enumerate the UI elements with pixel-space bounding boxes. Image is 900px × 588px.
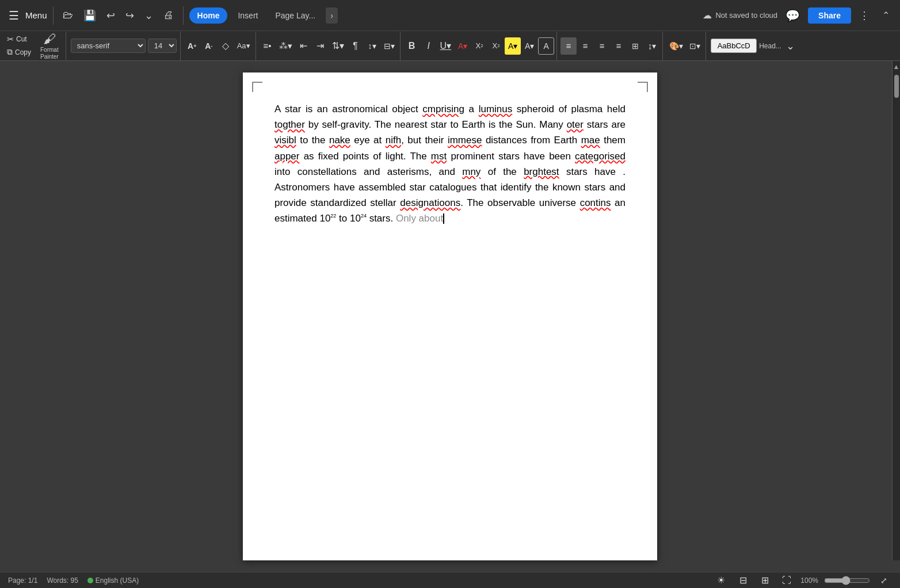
pilcrow-btn[interactable]: ¶ [348, 37, 364, 55]
gray-text-end: Only about [396, 213, 443, 224]
align-left-btn[interactable]: ≡ [560, 37, 577, 55]
save-btn[interactable]: 💾 [80, 7, 100, 24]
page-corner-tr [638, 82, 648, 92]
tab-more[interactable]: › [326, 7, 338, 24]
line-spacing-btn[interactable]: ↕▾ [364, 37, 380, 55]
shading-btn[interactable]: 🎨▾ [666, 37, 686, 55]
print-btn[interactable]: 🖨 [160, 7, 177, 24]
zoom-slider[interactable] [824, 576, 870, 585]
misspelled-mst: mst [431, 151, 447, 162]
font-family-select[interactable]: sans-serif [71, 39, 146, 53]
bullets-btn[interactable]: ≡• [260, 37, 276, 55]
tab-home[interactable]: Home [189, 7, 228, 24]
style-name: Head... [759, 42, 781, 50]
italic-btn[interactable]: I [421, 37, 437, 55]
more-options-btn[interactable]: ⋮ [855, 7, 874, 24]
status-fullscreen-btn[interactable]: ⛶ [779, 572, 795, 589]
language-status: English (USA) [87, 576, 139, 585]
document-text[interactable]: A star is an astronomical object cmprisi… [274, 101, 626, 227]
history-btn[interactable]: ↩ [103, 7, 119, 24]
font-case-btn[interactable]: Aa▾ [234, 37, 253, 55]
text-bg-btn[interactable]: A▾ [521, 37, 537, 55]
indent-dec-btn[interactable]: ⇤ [296, 37, 312, 55]
redo-btn[interactable]: ↪ [122, 7, 138, 24]
cloud-status-text: Not saved to cloud [715, 11, 777, 20]
indent-inc-btn[interactable]: ⇥ [312, 37, 329, 55]
tab-page-layout[interactable]: Page Lay... [268, 7, 322, 24]
style-dropdown-btn[interactable]: ⌄ [783, 37, 799, 55]
misspelled-designatioons: designatioons [400, 197, 460, 208]
cloud-status: ☁ Not saved to cloud [703, 10, 777, 21]
copy-label: Copy [15, 48, 31, 56]
superscript-22: 22 [330, 213, 336, 219]
format-painter-btn[interactable]: 🖌 FormatPainter [37, 32, 62, 60]
subscript-btn[interactable]: X2 [488, 37, 504, 55]
font-size-select[interactable]: 14 [148, 39, 177, 53]
cut-icon: ✂ [7, 35, 14, 44]
misspelled-contins: contins [580, 197, 611, 208]
cloud-icon: ☁ [703, 10, 712, 21]
top-bar: ☰ Menu 🗁 💾 ↩ ↪ ⌄ 🖨 Home Insert Page Lay.… [0, 0, 900, 31]
misspelled-immese: immese [448, 135, 482, 146]
misspelled-categorised: categorised [575, 151, 626, 162]
hamburger-icon: ☰ [9, 9, 19, 22]
highlight-btn[interactable]: A▾ [505, 37, 521, 55]
misspelled-brghtest: brghtest [524, 166, 559, 177]
misspelled-togther: togther [274, 119, 305, 130]
status-view-btn[interactable]: ☀ [713, 572, 729, 589]
page-corner-tl [252, 82, 262, 92]
margins-btn[interactable]: ⊟▾ [381, 37, 398, 55]
align-right-btn[interactable]: ≡ [594, 37, 610, 55]
align-center-btn[interactable]: ≡ [577, 37, 593, 55]
font-color-btn[interactable]: A▾ [455, 37, 471, 55]
superscript-24: 24 [361, 213, 367, 219]
numbering-btn[interactable]: ⁂▾ [276, 37, 295, 55]
border-btn[interactable]: ⊡▾ [687, 37, 703, 55]
misspelled-oter: oter [567, 119, 584, 130]
superscript-btn[interactable]: X2 [471, 37, 487, 55]
share-btn[interactable]: Share [808, 7, 851, 24]
misspelled-apper: apper [274, 151, 299, 162]
hamburger-menu-btn[interactable]: ☰ [6, 7, 22, 24]
scroll-thumb[interactable] [894, 75, 899, 98]
zoom-level: 100% [800, 576, 818, 585]
format-painter-icon: 🖌 [43, 32, 56, 47]
page-info: Page: 1/1 [8, 576, 37, 585]
underline-btn[interactable]: U▾ [437, 37, 455, 55]
align-justify-btn[interactable]: ≡ [611, 37, 627, 55]
copy-icon: ⧉ [7, 47, 13, 57]
sort-btn[interactable]: ⇅▾ [329, 37, 347, 55]
collapse-btn[interactable]: ⌃ [878, 7, 894, 23]
columns-btn[interactable]: ⊞ [627, 37, 643, 55]
clear-format-btn[interactable]: ◇ [218, 37, 234, 55]
font-grow-btn[interactable]: A+ [184, 37, 200, 55]
more-toolbar-btn[interactable]: ⌄ [141, 7, 157, 24]
comment-btn[interactable]: 💬 [781, 6, 804, 25]
language-dot [87, 578, 93, 583]
cut-label: Cut [16, 35, 27, 43]
status-layout-btn[interactable]: ⊟ [735, 572, 751, 589]
open-folder-btn[interactable]: 🗁 [59, 7, 77, 24]
misspelled-comprising: cmprising [422, 104, 464, 114]
scrollbar[interactable]: ▲ [892, 61, 900, 560]
status-grid-btn[interactable]: ⊞ [757, 572, 773, 589]
zoom-fullscreen-btn[interactable]: ⤢ [876, 572, 892, 589]
divider [53, 6, 54, 25]
tab-insert[interactable]: Insert [231, 7, 265, 24]
misspelled-mae: mae [581, 135, 600, 146]
scroll-up-arrow[interactable]: ▲ [891, 61, 900, 72]
copy-btn[interactable]: ⧉ Copy [5, 46, 33, 58]
divider2 [183, 6, 184, 25]
misspelled-visibl: visibl [274, 135, 296, 146]
misspelled-nake: nake [329, 135, 350, 146]
text-border-btn[interactable]: A [538, 37, 554, 55]
language-text: English (USA) [96, 576, 139, 585]
word-count: Words: 95 [47, 576, 78, 585]
cut-btn[interactable]: ✂ Cut [5, 33, 33, 45]
row-spacing-btn[interactable]: ↨▾ [644, 37, 660, 55]
document-page[interactable]: A star is an astronomical object cmprisi… [243, 72, 657, 560]
status-right: ☀ ⊟ ⊞ ⛶ 100% ⤢ [713, 572, 892, 589]
bold-btn[interactable]: B [404, 37, 420, 55]
font-shrink-btn[interactable]: A- [201, 37, 217, 55]
misspelled-luminus: luminus [479, 104, 513, 114]
